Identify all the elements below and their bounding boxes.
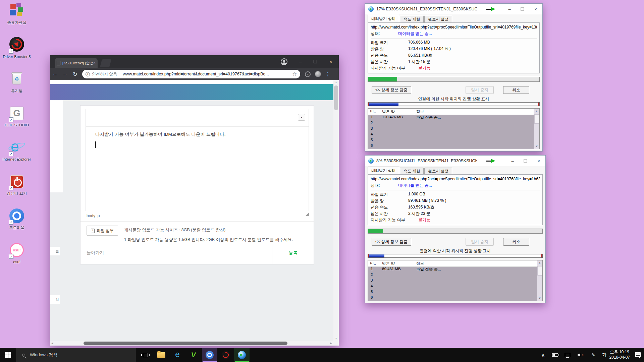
editor-toolbar-dropdown-icon[interactable] [298, 114, 305, 121]
scroll-up-icon[interactable] [537, 260, 542, 266]
battery-icon[interactable] [549, 348, 560, 362]
scrollbar-thumb[interactable] [537, 266, 542, 276]
file-attach-button[interactable]: 파일 첨부 [87, 226, 118, 236]
col-info[interactable]: 정보 [414, 109, 534, 115]
extension-reload-x-icon[interactable] [305, 71, 311, 77]
taskbar-driver-booster[interactable] [218, 348, 233, 362]
scroll-right-icon[interactable] [329, 341, 333, 346]
task-view-button[interactable] [138, 348, 153, 362]
scroll-down-icon[interactable] [537, 295, 542, 301]
table-row[interactable]: 5 [368, 290, 537, 295]
cancel-button[interactable]: 취소 [503, 86, 529, 94]
tray-overflow-chevron-icon[interactable] [538, 348, 548, 362]
address-bar[interactable]: 안전하지 않음 www.matcl.com/index.php?mid=torr… [82, 70, 300, 78]
browser-close-button[interactable] [323, 55, 338, 68]
table-row[interactable]: 3 [368, 126, 534, 132]
go-back-button[interactable]: 돌아가기 [87, 250, 104, 256]
col-number[interactable]: 번.. [368, 109, 380, 115]
editor-resize-grip-icon[interactable] [305, 212, 309, 216]
tab-download-status[interactable]: 내려받기 상태 [368, 15, 399, 22]
idm-minimize-button[interactable] [507, 156, 518, 166]
scrollbar-thumb[interactable] [534, 114, 539, 124]
url-text[interactable]: www.matcl.com/index.php?mid=torrent&docu… [123, 72, 290, 76]
taskbar-file-explorer[interactable] [154, 348, 169, 362]
horizontal-scrollbar[interactable] [50, 341, 333, 346]
desktop-icon-osu[interactable]: osu! [2, 242, 32, 264]
back-icon[interactable] [50, 71, 60, 77]
browser-tab[interactable]: [KS01liteskt] [순정] 갤럭 [55, 58, 98, 68]
editor-area[interactable]: 다시받기 가능 여부가 불가능하여 IDM으로해도 다운이 느립니다. [86, 109, 309, 211]
idm-minimize-button[interactable] [504, 4, 515, 14]
taskbar-chromium-active[interactable] [202, 348, 217, 362]
ime-indicator[interactable]: 가 [600, 348, 609, 362]
taskbar-clock[interactable]: 오후 10:19 2018-04-07 [609, 348, 630, 362]
hide-details-button[interactable]: << 상세 정보 감춤 [372, 238, 411, 246]
scrollbar-thumb[interactable] [334, 85, 338, 110]
col-received[interactable]: 받은 양 [380, 260, 414, 266]
tab-on-complete[interactable]: 완료시 설정 [424, 168, 452, 174]
desktop-icon-shutdown[interactable]: 컴퓨터 끄기 [2, 174, 32, 196]
vertical-scrollbar[interactable] [333, 80, 339, 346]
table-row[interactable]: 6 [368, 143, 534, 149]
green-v-icon: V [191, 351, 196, 359]
cancel-button[interactable]: 취소 [503, 238, 529, 246]
scroll-up-icon[interactable] [333, 80, 339, 85]
status-value[interactable]: 데이터를 받는 중... [398, 31, 432, 37]
volume-muted-icon[interactable]: × [575, 348, 586, 362]
pen-icon[interactable] [588, 348, 598, 362]
table-row[interactable]: 2 [368, 121, 534, 126]
scrollbar-thumb[interactable] [84, 342, 287, 345]
idm-close-button[interactable] [533, 156, 544, 166]
extension-globe-icon[interactable] [315, 71, 321, 77]
col-info[interactable]: 정보 [414, 260, 537, 266]
start-button[interactable] [0, 348, 16, 362]
network-icon[interactable] [562, 348, 573, 362]
table-row[interactable]: 4 [368, 284, 537, 290]
desktop-icon-driver-booster[interactable]: Driver Booster 5 [2, 37, 32, 59]
table-row[interactable]: 4 [368, 132, 534, 138]
tab-speed-limit[interactable]: 속도 제한 [400, 168, 424, 174]
hide-details-button[interactable]: << 상세 정보 감춤 [372, 86, 411, 94]
desktop-icon-chromium[interactable]: 크로미움 [2, 208, 32, 230]
table-row[interactable]: 6 [368, 295, 537, 301]
status-value[interactable]: 데이터를 받는 중... [398, 183, 432, 188]
taskbar-search-box[interactable]: Windows 검색 [16, 348, 136, 362]
col-received[interactable]: 받은 양 [380, 109, 414, 115]
forward-icon[interactable] [60, 71, 70, 77]
table-row[interactable]: 3 [368, 278, 537, 284]
action-center-icon[interactable] [635, 352, 641, 357]
scroll-up-icon[interactable] [534, 109, 539, 114]
browser-menu-icon[interactable] [325, 71, 330, 77]
col-number[interactable]: 번.. [368, 260, 380, 266]
new-tab-button[interactable] [100, 59, 111, 67]
table-row[interactable]: 1 89.461 MB 파일 전송 중... [368, 267, 537, 273]
table-scrollbar[interactable] [537, 260, 542, 301]
submit-button[interactable]: 등록 [272, 250, 314, 256]
desktop-icon-recycle-bin[interactable]: 휴지통 [2, 71, 32, 93]
desktop-icon-internet-explorer[interactable]: e Internet Explorer [2, 139, 32, 162]
site-info-icon[interactable] [86, 72, 90, 76]
taskbar-vegas-app[interactable]: V [186, 348, 201, 362]
scroll-down-icon[interactable] [534, 143, 539, 149]
tab-download-status[interactable]: 내려받기 상태 [368, 167, 399, 174]
tab-speed-limit[interactable]: 속도 제한 [400, 16, 424, 22]
tab-close-icon[interactable] [93, 61, 96, 65]
reload-icon[interactable] [70, 71, 80, 77]
editor-body-text[interactable]: 다시받기 가능 여부가 불가능하여 IDM으로해도 다운이 느립니다. [95, 131, 302, 137]
tab-on-complete[interactable]: 완료시 설정 [424, 16, 452, 22]
scroll-left-icon[interactable] [50, 341, 55, 346]
table-row[interactable]: 5 [368, 138, 534, 143]
taskbar-internet-explorer[interactable]: e [170, 348, 185, 362]
desktop-icon-clip-studio[interactable]: CLIP STUDIO [2, 105, 32, 127]
desktop-icon-archive[interactable]: 중요자료실 [2, 3, 32, 25]
table-row[interactable]: 1 120.476 MB 파일 전송 중... [368, 115, 534, 121]
browser-maximize-button[interactable] [308, 55, 323, 68]
profile-icon[interactable] [281, 58, 287, 65]
table-scrollbar[interactable] [534, 109, 539, 149]
scroll-down-icon[interactable] [333, 336, 339, 341]
taskbar-idm-active[interactable] [234, 348, 250, 362]
bookmark-star-icon[interactable] [292, 71, 297, 77]
idm-close-button[interactable] [530, 4, 541, 14]
browser-minimize-button[interactable] [293, 55, 308, 68]
table-row[interactable]: 2 [368, 273, 537, 278]
